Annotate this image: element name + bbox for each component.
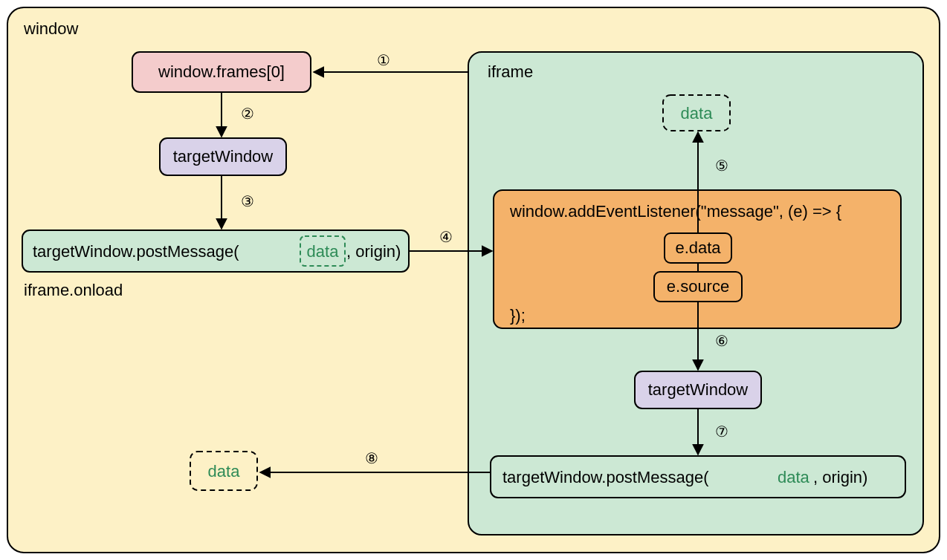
iframe-label: iframe xyxy=(488,62,533,81)
step-3: ③ xyxy=(241,193,254,209)
step-7: ⑦ xyxy=(715,423,728,440)
post-message-right-post: , origin) xyxy=(813,468,867,486)
step-4: ④ xyxy=(439,229,453,245)
listener-open-text: window.addEventListener("message", (e) =… xyxy=(509,202,841,221)
post-message-left-post: , origin) xyxy=(346,242,401,261)
step-2: ② xyxy=(241,105,254,122)
esource-text: e.source xyxy=(667,277,729,296)
data-bottom-text: data xyxy=(208,462,241,481)
iframe-onload-label: iframe.onload xyxy=(24,281,123,299)
step-8: ⑧ xyxy=(365,450,378,466)
post-message-right-data-text: data xyxy=(778,468,810,486)
postmessage-diagram: window iframe window.frames[0] targetWin… xyxy=(0,0,947,560)
data-top-text: data xyxy=(681,104,714,123)
listener-close-text: }); xyxy=(510,306,526,325)
step-1: ① xyxy=(377,52,390,68)
post-message-left-data-text: data xyxy=(307,242,340,261)
target-window-right-text: targetWindow xyxy=(648,380,749,399)
post-message-right-pre: targetWindow.postMessage( xyxy=(502,468,709,486)
window-label: window xyxy=(23,19,78,38)
window-frames-text: window.frames[0] xyxy=(158,62,285,81)
edata-text: e.data xyxy=(675,238,721,257)
step-6: ⑥ xyxy=(715,333,728,349)
post-message-left-pre: targetWindow.postMessage( xyxy=(33,242,239,261)
step-5: ⑤ xyxy=(715,157,728,174)
target-window-left-text: targetWindow xyxy=(173,147,274,166)
